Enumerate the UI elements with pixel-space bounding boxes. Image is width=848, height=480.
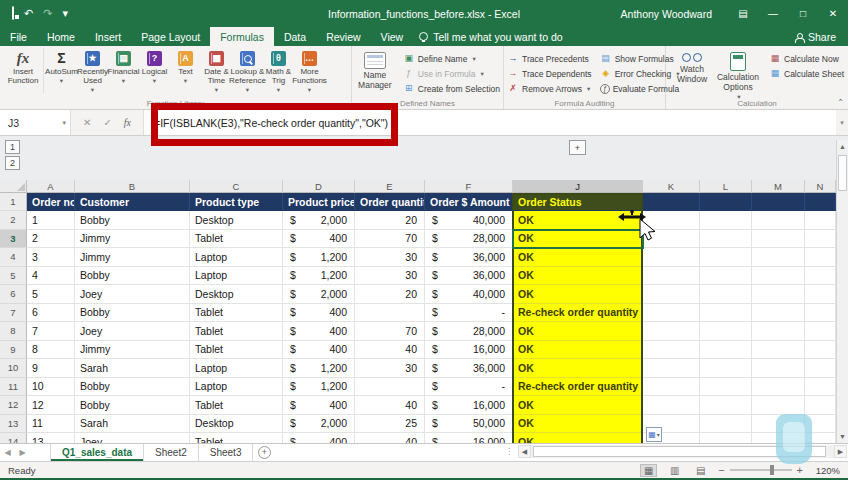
scroll-right-icon[interactable]: ▶: [834, 445, 847, 458]
cell-empty[interactable]: [643, 267, 700, 286]
ribbon-tab-insert[interactable]: Insert: [85, 27, 131, 46]
vertical-scroll-thumb[interactable]: [838, 155, 847, 191]
cell-qty[interactable]: 20: [355, 211, 425, 230]
cell-order[interactable]: 2: [27, 230, 75, 249]
cell-status[interactable]: OK: [513, 396, 643, 415]
cell-customer[interactable]: Jimmy: [75, 341, 190, 360]
cell-amount[interactable]: $-: [425, 304, 513, 323]
new-sheet-button[interactable]: +: [253, 444, 275, 461]
customize-qat-icon[interactable]: ▾: [62, 8, 68, 19]
ribbon-tab-formulas[interactable]: Formulas: [210, 27, 274, 46]
header-cell-empty[interactable]: [700, 193, 752, 211]
cell-amount[interactable]: $16,000: [425, 341, 513, 360]
define-name-button[interactable]: ▣Define Name▾: [403, 52, 500, 65]
cell-product[interactable]: Laptop: [190, 248, 283, 267]
cell-empty[interactable]: [643, 285, 700, 304]
cell-empty[interactable]: [805, 322, 836, 341]
math-trig-button[interactable]: θMath & Trig▾: [263, 48, 294, 93]
cell-empty[interactable]: [752, 415, 805, 434]
row-header-1[interactable]: 1: [0, 193, 27, 211]
column-header-d[interactable]: D: [283, 180, 355, 193]
create-from-selection-button[interactable]: ⊞Create from Selection: [403, 82, 500, 95]
cell-customer[interactable]: Bobby: [75, 378, 190, 397]
cell-empty[interactable]: [700, 322, 752, 341]
cell-product[interactable]: Laptop: [190, 378, 283, 397]
sheet-tab-sheet3[interactable]: Sheet3: [199, 444, 254, 461]
column-header-l[interactable]: L: [700, 180, 752, 193]
select-all-corner[interactable]: [0, 180, 27, 193]
row-header-9[interactable]: 9: [0, 341, 27, 360]
cell-empty[interactable]: [700, 267, 752, 286]
cell-order[interactable]: 7: [27, 322, 75, 341]
cell-product[interactable]: Tablet: [190, 230, 283, 249]
zoom-out-icon[interactable]: −: [718, 464, 724, 476]
cell-amount[interactable]: $36,000: [425, 267, 513, 286]
cell-price[interactable]: $2,000: [283, 285, 355, 304]
insert-function-button[interactable]: fxInsert Function: [3, 48, 44, 93]
cell-status[interactable]: OK: [513, 230, 643, 249]
column-header-c[interactable]: C: [190, 180, 283, 193]
cell-amount[interactable]: $36,000: [425, 248, 513, 267]
cell-customer[interactable]: Joey: [75, 433, 190, 443]
cell-price[interactable]: $1,200: [283, 378, 355, 397]
header-cell-price[interactable]: Product price: [283, 193, 355, 211]
trace-precedents-button[interactable]: →Trace Precedents: [507, 52, 592, 65]
header-cell-order[interactable]: Order no.: [27, 193, 75, 211]
cell-empty[interactable]: [805, 433, 836, 443]
ribbon-tab-review[interactable]: Review: [316, 27, 370, 46]
cell-empty[interactable]: [643, 304, 700, 323]
scroll-down-icon[interactable]: ▼: [837, 430, 848, 443]
column-header-j[interactable]: J: [513, 180, 643, 193]
cell-empty[interactable]: [805, 415, 836, 434]
cell-product[interactable]: Laptop: [190, 359, 283, 378]
ribbon-tab-home[interactable]: Home: [37, 27, 85, 46]
ribbon-display-options-icon[interactable]: ▤: [728, 0, 758, 27]
zoom-level[interactable]: 120%: [812, 465, 840, 476]
column-header-e[interactable]: E: [355, 180, 425, 193]
recently-used-button[interactable]: ★Recently Used▾: [77, 48, 108, 93]
cell-qty[interactable]: 30: [355, 267, 425, 286]
cell-price[interactable]: $400: [283, 230, 355, 249]
cell-empty[interactable]: [752, 433, 805, 443]
header-cell-empty[interactable]: [643, 193, 700, 211]
cell-price[interactable]: $400: [283, 304, 355, 323]
cell-empty[interactable]: [805, 248, 836, 267]
sheet-tab-sheet2[interactable]: Sheet2: [144, 444, 199, 461]
row-header-6[interactable]: 6: [0, 285, 27, 304]
cell-empty[interactable]: [805, 267, 836, 286]
cell-qty[interactable]: 40: [355, 433, 425, 443]
cell-status[interactable]: Re-check order quantity: [513, 304, 643, 323]
outline-level-2-button[interactable]: 2: [5, 156, 20, 170]
ribbon-tab-file[interactable]: File: [0, 27, 37, 46]
outline-level-1-button[interactable]: 1: [5, 140, 20, 154]
cell-empty[interactable]: [643, 359, 700, 378]
cell-amount[interactable]: $28,000: [425, 322, 513, 341]
cell-empty[interactable]: [752, 304, 805, 323]
cell-amount[interactable]: $40,000: [425, 285, 513, 304]
name-box[interactable]: J3 ▾: [0, 110, 71, 135]
cell-empty[interactable]: [643, 341, 700, 360]
tab-splitter-handle[interactable]: ⋮: [505, 447, 513, 456]
auto-fill-options-button[interactable]: ▦▾: [646, 427, 662, 442]
cell-customer[interactable]: Joey: [75, 285, 190, 304]
cell-empty[interactable]: [700, 304, 752, 323]
cell-price[interactable]: $1,200: [283, 359, 355, 378]
column-header-n[interactable]: N: [805, 180, 836, 193]
header-cell-status[interactable]: Order Status: [513, 193, 643, 211]
formula-input[interactable]: =IF(ISBLANK(E3),"Re-check order quantity…: [143, 110, 836, 135]
cell-customer[interactable]: Joey: [75, 322, 190, 341]
cell-order[interactable]: 10: [27, 378, 75, 397]
cell-empty[interactable]: [805, 211, 836, 230]
page-layout-view-icon[interactable]: ▥: [666, 464, 683, 477]
row-header-13[interactable]: 13: [0, 415, 27, 434]
row-header-4[interactable]: 4: [0, 248, 27, 267]
cell-empty[interactable]: [752, 267, 805, 286]
cell-status[interactable]: OK: [513, 267, 643, 286]
cell-empty[interactable]: [805, 378, 836, 397]
cell-price[interactable]: $400: [283, 322, 355, 341]
cell-empty[interactable]: [752, 230, 805, 249]
zoom-in-icon[interactable]: +: [797, 464, 803, 476]
zoom-slider-thumb[interactable]: [770, 465, 774, 475]
column-header-a[interactable]: A: [27, 180, 75, 193]
cancel-icon[interactable]: ✕: [83, 117, 91, 128]
